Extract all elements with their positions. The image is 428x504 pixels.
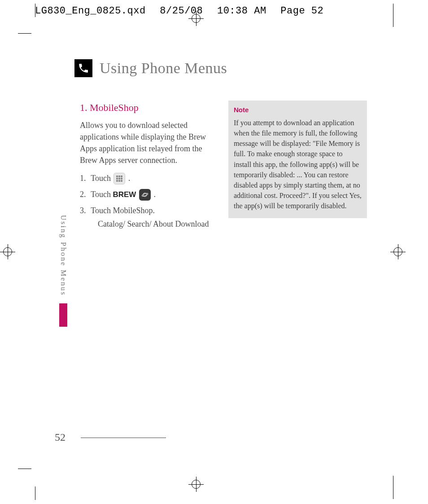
svg-rect-5 bbox=[121, 178, 122, 180]
registration-mark-left bbox=[0, 244, 15, 259]
note-box: Note If you attempt to download an appli… bbox=[228, 101, 367, 218]
chapter-title: Using Phone Menus bbox=[100, 60, 227, 77]
svg-point-10 bbox=[142, 193, 148, 197]
slug-file: LG830_Eng_0825.qxd bbox=[35, 5, 146, 17]
left-column: 1. MobileShop Allows you to download sel… bbox=[80, 101, 218, 233]
registration-mark-top bbox=[188, 11, 204, 26]
step-bold: BREW bbox=[113, 190, 136, 199]
crop-mark bbox=[18, 33, 31, 34]
side-tab: Using Phone Menus bbox=[59, 215, 67, 327]
step-text-post: . bbox=[128, 174, 131, 183]
folio-rule bbox=[81, 438, 166, 438]
slug-page: Page 52 bbox=[280, 5, 323, 17]
content-columns: 1. MobileShop Allows you to download sel… bbox=[80, 101, 367, 233]
crop-mark bbox=[393, 4, 393, 27]
step-number: 2. bbox=[80, 188, 89, 200]
note-body: If you attempt to download an applicatio… bbox=[234, 119, 362, 210]
side-tab-bar bbox=[59, 303, 67, 327]
crop-mark bbox=[35, 486, 35, 500]
crop-mark bbox=[393, 476, 393, 499]
crop-mark bbox=[18, 469, 31, 469]
svg-rect-3 bbox=[116, 178, 118, 180]
registration-mark-bottom bbox=[188, 477, 204, 492]
prepress-slug: LG830_Eng_0825.qxd 8/25/08 10:38 AM Page… bbox=[35, 5, 332, 17]
svg-rect-1 bbox=[118, 175, 120, 177]
svg-rect-4 bbox=[118, 178, 120, 180]
svg-rect-2 bbox=[121, 175, 122, 177]
svg-rect-6 bbox=[116, 180, 118, 182]
step-3: 3. Touch MobileShop. Catalog/ Search/ Ab… bbox=[80, 205, 218, 230]
note-heading: Note bbox=[234, 105, 362, 115]
section-intro: Allows you to download selected applicat… bbox=[80, 119, 218, 166]
side-tab-label: Using Phone Menus bbox=[59, 215, 67, 301]
page-number: 52 bbox=[55, 431, 66, 443]
crop-mark bbox=[35, 4, 35, 17]
right-column: Note If you attempt to download an appli… bbox=[228, 101, 367, 233]
step-1: 1. Touch . bbox=[80, 172, 218, 185]
brew-planet-icon bbox=[139, 189, 151, 201]
phone-icon bbox=[74, 59, 92, 77]
svg-rect-7 bbox=[118, 180, 120, 182]
step-text-post: . bbox=[153, 190, 156, 199]
page-body: Using Phone Menus 1. MobileShop Allows y… bbox=[35, 33, 394, 469]
step-2: 2. Touch BREW . bbox=[80, 188, 218, 201]
apps-grid-icon bbox=[114, 173, 125, 184]
step-subtext: Catalog/ Search/ About Download bbox=[98, 218, 218, 230]
slug-time: 10:38 AM bbox=[217, 5, 266, 17]
step-number: 3. bbox=[80, 205, 89, 216]
step-number: 1. bbox=[80, 172, 89, 184]
svg-rect-0 bbox=[116, 175, 118, 177]
step-text-pre: Touch bbox=[91, 174, 113, 183]
section-heading: 1. MobileShop bbox=[80, 101, 218, 115]
step-text-pre: Touch MobileShop. bbox=[91, 206, 155, 215]
step-text-pre: Touch bbox=[91, 190, 113, 199]
chapter-header: Using Phone Menus bbox=[74, 59, 227, 77]
svg-rect-8 bbox=[121, 180, 122, 182]
